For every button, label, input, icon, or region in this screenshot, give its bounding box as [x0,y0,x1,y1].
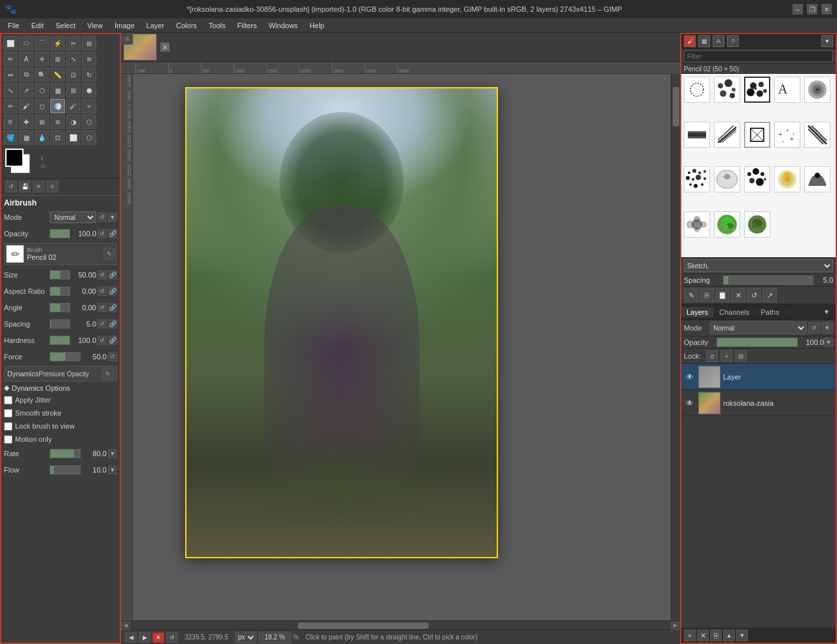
brush-thumb-3[interactable] [744,77,770,103]
dynamics-options-header[interactable]: ◆ Dynamics Options [4,384,117,392]
tool-blur[interactable]: ≋ [50,115,65,129]
brush-thumb-12[interactable] [714,166,740,192]
tab-paths[interactable]: Paths [756,307,785,317]
dynamics-edit-icon[interactable]: ✎ [102,368,114,380]
layer-eye-1[interactable]: 👁 [684,397,696,409]
menu-filters[interactable]: Filters [232,20,262,31]
tool-paintbrush[interactable]: 🖌 [19,99,33,113]
swap-colors-icon[interactable]: ↕ [41,154,46,162]
patterns-tab-icon[interactable]: ▦ [698,35,710,47]
tool-warp[interactable]: ≋ [82,52,96,66]
tool-options-reset-icon[interactable]: ↺ [5,181,17,192]
status-nav-forward[interactable]: ▶ [139,632,151,643]
brushes-tab-icon[interactable]: 🖌 [684,35,696,47]
brush-thumb-16[interactable] [684,211,710,238]
angle-slider[interactable] [50,303,70,312]
size-chain-btn[interactable]: 🔗 [108,270,117,279]
layers-panel-collapse-btn[interactable]: ▼ [818,307,836,317]
tab-layers[interactable]: Layers [681,307,714,317]
force-slider[interactable] [50,352,80,361]
layers-mode-reset-btn[interactable]: ↺ [808,322,820,334]
fonts-tab-icon[interactable]: A [713,35,724,47]
scroll-right-btn[interactable]: ▶ [671,621,680,630]
force-reset-btn[interactable]: ↺ [108,352,117,361]
foreground-color-swatch[interactable] [5,149,24,167]
image-close-button[interactable]: ✕ [160,43,169,52]
aspect-reset-btn[interactable]: ↺ [98,287,107,296]
brush-thumb-4[interactable]: A [774,77,800,103]
brush-duplicate-btn[interactable]: ⎘ [700,288,714,302]
mode-select[interactable]: Normal [50,211,96,223]
tool-cage[interactable]: ⧉ [19,67,33,82]
tool-options-delete-icon[interactable]: ✕ [33,181,45,192]
status-unit-select[interactable]: px [235,632,257,643]
tool-smudge[interactable]: ≈ [82,99,96,113]
layers-opacity-slider[interactable] [717,338,798,347]
tool-perspective[interactable]: ⬡ [35,83,49,98]
scroll-left-btn[interactable]: ◀ [121,621,130,630]
menu-edit[interactable]: Edit [26,20,49,31]
brush-thumb-13[interactable] [744,166,770,192]
tool-clone[interactable]: ⎘ [3,115,18,129]
rate-slider[interactable] [50,449,80,458]
hardness-chain-btn[interactable]: 🔗 [108,336,117,345]
apply-jitter-checkbox[interactable] [4,396,12,404]
tool-extra4[interactable]: ⬡ [82,115,96,129]
spacing-chain-btn[interactable]: 🔗 [108,319,117,329]
dynamics-value[interactable]: Pressure Opacity [39,370,102,378]
canvas-viewport[interactable] [133,74,671,620]
tool-perspective-clone[interactable]: ⊞ [35,115,49,129]
brush-delete-btn[interactable]: ✕ [731,288,745,302]
menu-layer[interactable]: Layer [141,20,170,31]
layer-row-0[interactable]: 👁 Layer [681,364,836,390]
spacing-slider[interactable] [50,319,70,329]
tool-pencil[interactable]: ✏ [3,99,18,113]
tool-paths[interactable]: ✏ [3,52,18,66]
layers-add-btn[interactable]: + [684,630,696,641]
brush-name[interactable]: Pencil 02 [27,253,103,261]
panel-collapse-btn[interactable]: ▼ [821,35,833,47]
brush-thumb-18[interactable] [744,211,770,238]
layers-duplicate-btn[interactable]: ⎘ [710,630,722,641]
layer-eye-0[interactable]: 👁 [684,371,696,383]
tool-transform[interactable]: ⤡ [66,52,80,66]
brush-thumb-8[interactable] [744,122,770,148]
motion-only-checkbox[interactable] [4,435,12,444]
tool-options-save-icon[interactable]: 💾 [19,181,31,192]
size-reset-btn[interactable]: ↺ [98,270,107,279]
tool-scale[interactable]: ⤡ [3,83,18,98]
opacity-chain-btn[interactable]: 🔗 [108,229,117,238]
color-swatches[interactable] [5,149,38,175]
tool-options-expand-icon[interactable]: ≡ [46,181,58,192]
aspect-ratio-slider[interactable] [50,287,70,296]
brush-edit-icon[interactable]: ✎ [103,248,115,260]
smooth-stroke-checkbox[interactable] [4,409,12,418]
horizontal-scrollbar[interactable]: ◀ ▶ [121,620,680,630]
menu-image[interactable]: Image [109,20,140,31]
tool-extra6[interactable]: ⬜ [66,130,80,145]
minimize-button[interactable]: – [792,4,803,14]
opacity-reset-btn[interactable]: ↺ [98,229,107,238]
tool-ink[interactable]: 🖋 [66,99,80,113]
zoom-input[interactable] [258,632,291,643]
menu-view[interactable]: View [82,20,108,31]
brush-spacing-slider[interactable] [723,276,813,285]
brush-thumb-11[interactable] [684,166,710,192]
tool-fuzzy[interactable]: ⚡ [50,36,65,50]
tool-extra5[interactable]: ⊡ [50,130,65,145]
brush-thumb-17[interactable] [714,211,740,238]
tool-align[interactable]: ⊞ [50,52,65,66]
tool-scissors[interactable]: ✂ [66,36,80,50]
menu-colors[interactable]: Colors [171,20,202,31]
layers-move-up-btn[interactable]: ▲ [723,630,735,641]
hardness-slider[interactable] [50,336,70,345]
layer-row-1[interactable]: 👁 roksolana-zasia [681,390,836,416]
tool-airbrush[interactable]: 💨 [50,99,65,113]
maximize-button[interactable]: ❐ [807,4,817,14]
brush-thumb-9[interactable]: + + + + + [774,122,800,148]
tool-measure[interactable]: 📏 [50,67,65,82]
flow-slider[interactable] [50,465,80,474]
tool-dodge[interactable]: ◑ [66,115,80,129]
mode-extra-btn[interactable]: ▼ [108,213,117,222]
tool-bucket[interactable]: 🪣 [3,130,18,145]
